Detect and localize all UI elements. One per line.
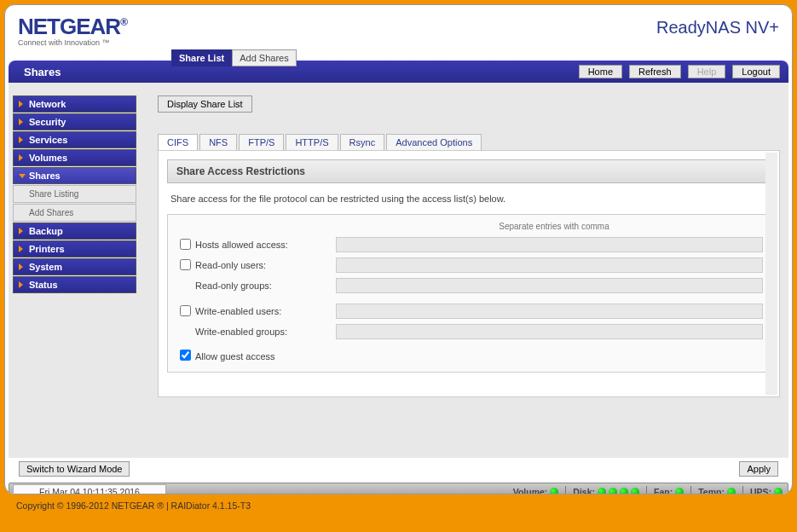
readonly-groups-label: Read-only groups: — [195, 280, 336, 291]
display-share-list-button[interactable]: Display Share List — [158, 95, 252, 113]
ctab-advanced[interactable]: Advanced Options — [386, 134, 482, 150]
logout-button[interactable]: Logout — [732, 65, 780, 78]
access-hint: Separate entries with comma — [175, 222, 763, 231]
apply-button[interactable]: Apply — [739, 461, 778, 477]
ctab-cifs[interactable]: CIFS — [158, 134, 198, 150]
led-icon — [598, 488, 606, 494]
sidebar-item-security[interactable]: Security — [13, 113, 136, 130]
ctab-ftps[interactable]: FTP/S — [239, 134, 284, 150]
status-ups-label: UPS: — [750, 487, 771, 494]
readonly-users-label: Read-only users: — [195, 260, 336, 270]
sidebar-sub-share-listing[interactable]: Share Listing — [13, 185, 136, 203]
scrollbar[interactable] — [765, 153, 777, 395]
status-volume-label: Volume: — [513, 487, 548, 494]
sidebar-item-system[interactable]: System — [13, 258, 136, 275]
ctab-rsync[interactable]: Rsync — [340, 134, 385, 150]
sidebar-item-backup[interactable]: Backup — [13, 223, 136, 240]
panel-title: Share Access Restrictions — [167, 159, 771, 183]
hosts-allowed-checkbox[interactable] — [180, 239, 191, 250]
write-users-input[interactable] — [336, 304, 763, 319]
write-groups-input[interactable] — [336, 324, 763, 339]
status-time: Fri Mar 04 10:11:35 2016 — [13, 484, 166, 494]
tab-add-shares[interactable]: Add Shares — [232, 49, 296, 66]
sidebar-item-shares[interactable]: Shares — [13, 167, 136, 184]
page-title: Shares — [17, 66, 61, 78]
status-temp-label: Temp: — [698, 487, 725, 494]
refresh-button[interactable]: Refresh — [629, 65, 681, 78]
panel-description: Share access for the file protocol can b… — [167, 183, 771, 214]
sidebar-item-network[interactable]: Network — [13, 95, 136, 113]
copyright-text: Copyright © 1996-2012 NETGEAR ® | RAIDia… — [4, 494, 793, 517]
led-icon — [609, 488, 617, 494]
led-icon — [727, 488, 736, 494]
readonly-users-checkbox[interactable] — [180, 259, 191, 270]
guest-access-label: Allow guest access — [195, 351, 336, 361]
ctab-https[interactable]: HTTP/S — [286, 134, 338, 150]
led-icon — [550, 488, 558, 494]
switch-wizard-button[interactable]: Switch to Wizard Mode — [19, 461, 130, 477]
write-users-checkbox[interactable] — [180, 305, 191, 316]
hosts-allowed-input[interactable] — [336, 237, 763, 252]
sidebar-item-status[interactable]: Status — [13, 276, 136, 293]
sidebar-item-printers[interactable]: Printers — [13, 240, 136, 257]
hosts-allowed-label: Hosts allowed access: — [195, 240, 336, 250]
led-icon — [631, 488, 639, 494]
ctab-nfs[interactable]: NFS — [199, 134, 237, 150]
product-name: ReadyNAS NV+ — [656, 18, 779, 38]
sidebar: Network Security Services Volumes Shares… — [9, 83, 141, 458]
home-button[interactable]: Home — [579, 65, 622, 78]
sidebar-sub-add-shares[interactable]: Add Shares — [13, 204, 136, 222]
led-icon — [620, 488, 628, 494]
status-fan-label: Fan: — [654, 487, 673, 494]
write-users-label: Write-enabled users: — [195, 306, 336, 316]
sidebar-item-volumes[interactable]: Volumes — [13, 149, 136, 166]
readonly-groups-input[interactable] — [336, 278, 763, 293]
write-groups-label: Write-enabled groups: — [195, 327, 336, 337]
content-tabs: CIFS NFS FTP/S HTTP/S Rsync Advanced Opt… — [158, 134, 780, 150]
status-disk-label: Disk: — [573, 487, 595, 494]
tab-share-list[interactable]: Share List — [171, 49, 232, 66]
guest-access-checkbox[interactable] — [180, 350, 191, 361]
sidebar-item-services[interactable]: Services — [13, 131, 136, 148]
led-icon — [675, 488, 684, 494]
help-button[interactable]: Help — [688, 65, 726, 78]
status-bar: Fri Mar 04 10:11:35 2016 Volume: Disk: F… — [9, 483, 788, 494]
led-icon — [774, 488, 783, 494]
readonly-users-input[interactable] — [336, 257, 763, 273]
netgear-logo: NETGEAR® Connect with Innovation ™ — [18, 14, 127, 47]
